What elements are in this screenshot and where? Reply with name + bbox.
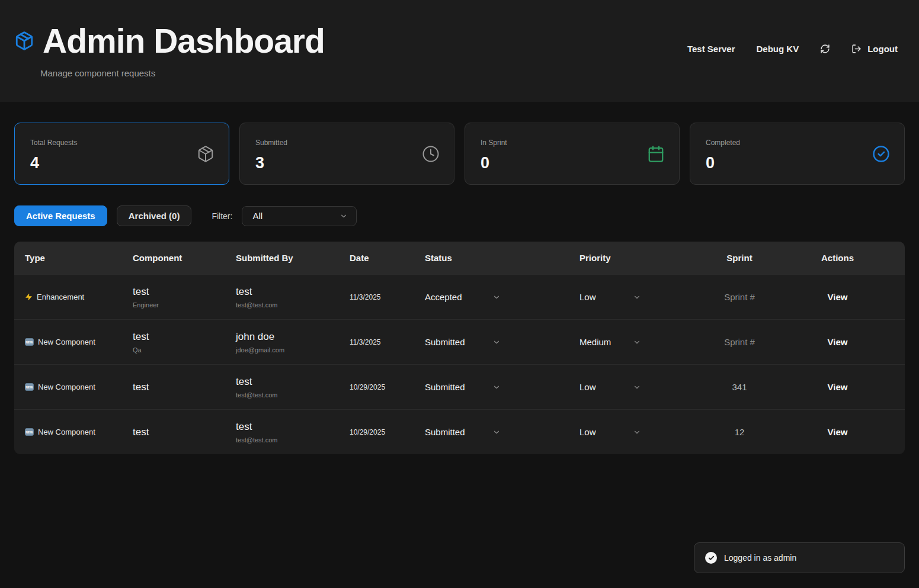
type-label: New Component — [38, 383, 95, 391]
sprint-input[interactable] — [707, 382, 772, 392]
calendar-icon — [647, 145, 665, 163]
component-cell: test Qa — [133, 331, 236, 354]
status-value: Submitted — [425, 427, 465, 437]
tab-active-requests[interactable]: Active Requests — [14, 205, 107, 226]
date-cell: 10/29/2025 — [350, 428, 425, 436]
stat-label: Total Requests — [30, 139, 77, 147]
sprint-input[interactable] — [707, 292, 772, 302]
component-role: Qa — [133, 346, 236, 354]
stat-value: 0 — [481, 154, 507, 172]
priority-value: Low — [579, 427, 596, 437]
submitted-by-cell: test test@test.com — [236, 376, 350, 399]
logout-icon — [851, 44, 862, 54]
stats-grid: Total Requests 4 Submitted 3 In Sprint — [14, 123, 905, 185]
component-cell: test Engineer — [133, 286, 236, 309]
stat-label: Completed — [706, 139, 740, 147]
filter-label: Filter: — [212, 211, 232, 221]
priority-select[interactable]: Medium — [579, 337, 641, 347]
chevron-down-icon — [492, 383, 501, 391]
date-cell: 10/29/2025 — [350, 383, 425, 391]
submitter-name: john doe — [236, 331, 350, 343]
table-row: NEW New Component test test test@test.co… — [14, 364, 905, 409]
status-select[interactable]: Submitted — [425, 427, 501, 437]
view-button[interactable]: View — [828, 292, 848, 302]
submitted-by-cell: test test@test.com — [236, 421, 350, 444]
tab-archived[interactable]: Archived (0) — [117, 205, 192, 226]
page-title: Admin Dashboard — [43, 23, 325, 60]
component-role: Engineer — [133, 301, 236, 309]
priority-value: Medium — [579, 337, 611, 347]
logout-label: Logout — [867, 44, 898, 54]
check-circle-icon — [872, 145, 890, 163]
view-button[interactable]: View — [828, 382, 848, 392]
requests-table: Type Component Submitted By Date Status … — [14, 242, 905, 454]
stat-card-total-requests[interactable]: Total Requests 4 — [14, 123, 229, 185]
page-subtitle: Manage component requests — [40, 68, 902, 78]
component-cell: test — [133, 426, 236, 438]
column-header-sprint: Sprint — [698, 253, 781, 263]
status-value: Submitted — [425, 382, 465, 392]
test-server-button[interactable]: Test Server — [687, 44, 735, 54]
new-component-icon: NEW — [25, 428, 34, 436]
debug-kv-button[interactable]: Debug KV — [757, 44, 799, 54]
chevron-down-icon — [633, 293, 641, 301]
priority-select[interactable]: Low — [579, 382, 641, 392]
submitted-by-cell: john doe jdoe@gmail.com — [236, 331, 350, 354]
priority-select[interactable]: Low — [579, 292, 641, 302]
column-header-date: Date — [350, 253, 425, 263]
view-button[interactable]: View — [828, 427, 848, 437]
column-header-status: Status — [425, 253, 570, 263]
toast-notification: Logged in as admin — [694, 542, 905, 573]
column-header-type: Type — [25, 253, 133, 263]
status-select[interactable]: Accepted — [425, 292, 501, 302]
stat-card-in-sprint[interactable]: In Sprint 0 — [465, 123, 680, 185]
type-label: New Component — [38, 338, 95, 346]
type-label: Enhancement — [37, 293, 84, 301]
status-select[interactable]: Submitted — [425, 382, 501, 392]
check-icon — [705, 552, 717, 564]
stat-value: 4 — [30, 154, 77, 172]
priority-value: Low — [579, 292, 596, 302]
package-icon — [197, 145, 214, 163]
submitter-email: test@test.com — [236, 391, 350, 399]
priority-value: Low — [579, 382, 596, 392]
column-header-actions: Actions — [781, 253, 894, 263]
submitter-email: test@test.com — [236, 301, 350, 309]
chevron-down-icon — [492, 338, 501, 346]
date-cell: 11/3/2025 — [350, 338, 425, 346]
filter-select-value: All — [252, 211, 262, 221]
submitter-name: test — [236, 286, 350, 298]
type-cell: NEW New Component — [25, 428, 133, 436]
component-name: test — [133, 426, 236, 438]
chevron-down-icon — [633, 383, 641, 391]
status-select[interactable]: Submitted — [425, 337, 501, 347]
sprint-input[interactable] — [707, 427, 772, 437]
stat-value: 0 — [706, 154, 740, 172]
clock-icon — [422, 145, 440, 163]
status-value: Submitted — [425, 337, 465, 347]
priority-select[interactable]: Low — [579, 427, 641, 437]
refresh-icon[interactable] — [820, 44, 830, 54]
table-row: Enhancement test Engineer test test@test… — [14, 274, 905, 319]
stat-card-submitted[interactable]: Submitted 3 — [239, 123, 454, 185]
submitted-by-cell: test test@test.com — [236, 286, 350, 309]
new-component-icon: NEW — [25, 338, 34, 346]
toast-message: Logged in as admin — [724, 553, 796, 563]
filter-select[interactable]: All — [242, 206, 357, 226]
type-cell: Enhancement — [25, 293, 133, 301]
sprint-input[interactable] — [707, 337, 772, 347]
new-component-icon: NEW — [25, 383, 34, 391]
chevron-down-icon — [492, 428, 501, 436]
stat-value: 3 — [255, 154, 287, 172]
app-header: Admin Dashboard Manage component request… — [0, 0, 919, 102]
stat-card-completed[interactable]: Completed 0 — [690, 123, 905, 185]
submitter-email: test@test.com — [236, 436, 350, 444]
component-cell: test — [133, 381, 236, 393]
lightning-bolt-icon — [25, 293, 33, 301]
table-header: Type Component Submitted By Date Status … — [14, 242, 905, 274]
status-value: Accepted — [425, 292, 462, 302]
view-button[interactable]: View — [828, 337, 848, 347]
component-name: test — [133, 286, 236, 298]
logout-button[interactable]: Logout — [851, 44, 898, 54]
component-name: test — [133, 331, 236, 343]
